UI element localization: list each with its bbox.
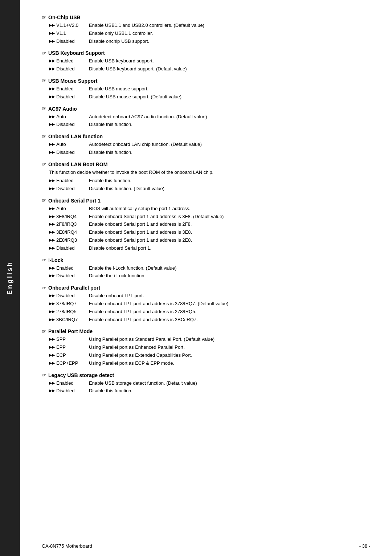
item-value-text: Enable this function. [89,177,370,185]
item-key-text: 3BC/IRQ7 [56,316,78,324]
section-title-onboard-lan-boot-rom: ☞Onboard LAN Boot ROM [42,162,370,167]
item-key-text: Auto [56,113,66,121]
item-key: ▶▶3BC/IRQ7 [49,316,89,324]
item-key-text: 3F8/IRQ4 [56,213,77,221]
section-title-text: Legacy USB storage detect [48,372,114,378]
item-key-text: Enabled [56,85,74,93]
list-item: ▶▶378/IRQ7Enable onboard LPT port and ad… [49,300,370,308]
item-value-text: Disable this function. [89,121,370,128]
section-icon: ☞ [42,15,46,20]
item-key: ▶▶278/IRQ5 [49,308,89,316]
item-key-text: Disabled [56,93,75,101]
item-key: ▶▶2E8/IRQ3 [49,237,89,244]
arrow-icon: ▶▶ [49,38,55,45]
item-value-text: Enable USB storage detect function. (Def… [89,380,370,387]
section-title-ac97-audio: ☞AC97 Audio [42,106,370,112]
item-key: ▶▶ECP+EPP [49,360,89,367]
section-icon: ☞ [42,257,46,263]
item-key: ▶▶Enabled [49,380,89,387]
section-onboard-lan-function: ☞Onboard LAN function▶▶AutoAutodetect on… [42,134,370,156]
item-value-text: Disable this function. [89,387,370,395]
sidebar-label: English [6,261,14,295]
item-value-text: Enable onboard Serial port 1 and address… [89,229,370,236]
list-item: ▶▶ECPUsing Parallel port as Extended Cap… [49,352,370,359]
section-icon: ☞ [42,50,46,56]
arrow-icon: ▶▶ [49,293,55,299]
arrow-icon: ▶▶ [49,237,55,244]
list-item: ▶▶DisabledDisable this function. [49,387,370,395]
item-key-text: Disabled [56,38,75,45]
item-value-text: Disable this function. (Default value) [89,185,370,193]
section-title-onboard-lan-function: ☞Onboard LAN function [42,134,370,139]
item-key: ▶▶3F8/IRQ4 [49,213,89,221]
item-key: ▶▶Auto [49,205,89,213]
item-value-text: Enable the i-Lock function. (Default val… [89,265,370,272]
item-key-text: Enabled [56,57,74,65]
list-item: ▶▶EnabledEnable this function. [49,177,370,185]
item-key: ▶▶Enabled [49,85,89,93]
list-item: ▶▶EnabledEnable USB storage detect funct… [49,380,370,387]
item-key-text: ECP [56,352,66,359]
arrow-icon: ▶▶ [49,316,55,323]
list-item: ▶▶SPPUsing Parallel port as Standard Par… [49,336,370,343]
item-key-text: Disabled [56,245,75,252]
item-value-text: Enable onboard LPT port and address is 2… [89,308,370,316]
section-title-text: Parallel Port Mode [48,328,93,334]
section-title-on-chip-usb: ☞On-Chip USB [42,15,370,20]
section-ac97-audio: ☞AC97 Audio▶▶AutoAutodetect onboard AC97… [42,106,370,129]
list-item: ▶▶ECP+EPPUsing Parallel port as ECP & EP… [49,360,370,367]
item-key: ▶▶EPP [49,344,89,351]
arrow-icon: ▶▶ [49,58,55,64]
list-item: ▶▶3E8/IRQ4Enable onboard Serial port 1 a… [49,229,370,236]
section-parallel-port-mode: ☞Parallel Port Mode▶▶SPPUsing Parallel p… [42,328,370,367]
section-i-lock: ☞i-Lock▶▶EnabledEnable the i-Lock functi… [42,257,370,280]
list-item: ▶▶DisabledDisable this function. [49,121,370,128]
item-value-text: Enable USB1.1 and USB2.0 controllers. (D… [89,22,370,29]
arrow-icon: ▶▶ [49,94,55,100]
section-onboard-parallel-port: ☞Onboard Parallel port▶▶DisabledDisable … [42,285,370,323]
arrow-icon: ▶▶ [49,380,55,387]
section-icon: ☞ [42,372,46,378]
item-value-text: Enable only USB1.1 controller. [89,30,370,37]
section-title-text: USB Mouse Support [48,78,97,84]
list-item: ▶▶EnabledEnable USB mouse support. [49,85,370,93]
section-legacy-usb-storage-detect: ☞Legacy USB storage detect▶▶EnabledEnabl… [42,372,370,395]
arrow-icon: ▶▶ [49,66,55,72]
section-usb-mouse-support: ☞USB Mouse Support▶▶EnabledEnable USB mo… [42,78,370,101]
list-item: ▶▶V1.1Enable only USB1.1 controller. [49,30,370,37]
item-value-text: Enable USB keyboard support. [89,57,370,65]
item-key: ▶▶Disabled [49,245,89,252]
item-key-text: 3E8/IRQ4 [56,229,77,236]
section-icon: ☞ [42,162,46,167]
section-title-text: Onboard LAN function [48,134,103,139]
arrow-icon: ▶▶ [49,360,55,367]
section-title-usb-mouse-support: ☞USB Mouse Support [42,78,370,84]
arrow-icon: ▶▶ [49,344,55,351]
arrow-icon: ▶▶ [49,213,55,220]
item-key-text: ECP+EPP [56,360,78,367]
item-key-text: Disabled [56,185,75,193]
section-icon: ☞ [42,78,46,83]
section-title-text: Onboard LAN Boot ROM [48,162,107,167]
list-item: ▶▶DisabledDisable USB mouse support. (De… [49,93,370,101]
section-icon: ☞ [42,329,46,334]
arrow-icon: ▶▶ [49,352,55,359]
section-icon: ☞ [42,198,46,203]
item-value-text: BIOS will automatically setup the port 1… [89,205,370,213]
list-item: ▶▶3BC/IRQ7Enable onboard LPT port and ad… [49,316,370,324]
arrow-icon: ▶▶ [49,177,55,184]
item-key-text: Enabled [56,380,74,387]
item-value-text: Disable the i-Lock function. [89,272,370,280]
list-item: ▶▶DisabledDisable onboard LPT port. [49,292,370,300]
item-key-text: Disabled [56,121,75,128]
item-key: ▶▶Disabled [49,387,89,395]
arrow-icon: ▶▶ [49,229,55,236]
section-title-i-lock: ☞i-Lock [42,257,370,263]
list-item: ▶▶EPPUsing Parallel port as Enhanced Par… [49,344,370,351]
arrow-icon: ▶▶ [49,149,55,156]
section-title-onboard-serial-port-1: ☞Onboard Serial Port 1 [42,198,370,204]
item-value-text: Enable onboard LPT port and address is 3… [89,316,370,324]
item-key-text: Disabled [56,292,75,300]
item-value-text: Disable onboard Serial port 1. [89,245,370,252]
item-key: ▶▶Disabled [49,272,89,280]
